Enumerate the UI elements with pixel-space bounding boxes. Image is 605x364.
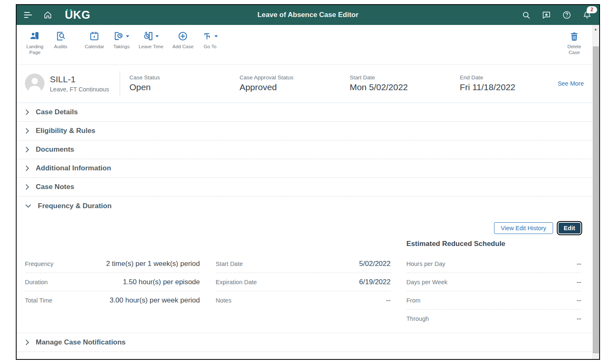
section-case-details[interactable]: Case Details (17, 103, 592, 122)
toolbar-item-label: Go To (204, 44, 216, 50)
edit-button[interactable]: Edit (558, 223, 580, 234)
start-date-row: Start Date 5/02/2022 (216, 255, 391, 273)
leave-time-button[interactable]: Leave Time (139, 30, 163, 50)
case-id-block: SILL-1 Leave, FT Continuous (50, 74, 109, 93)
row-label: Days per Week (406, 279, 448, 285)
toolbar-item-label: Landing Page (25, 44, 45, 56)
row-value: 5/02/2022 (359, 260, 391, 268)
toolbar: Landing Page Audits (17, 25, 592, 65)
row-value: -- (577, 296, 581, 305)
feedback-icon[interactable] (542, 10, 551, 20)
row-value: -- (577, 278, 581, 286)
row-label: Frequency (25, 261, 54, 267)
calendar-button[interactable]: Calendar (85, 30, 104, 50)
takings-button[interactable]: Takings (113, 30, 130, 50)
through-row: Through -- (406, 310, 581, 328)
toolbar-item-label: Audits (54, 44, 67, 50)
toolbar-item-label: Calendar (85, 44, 104, 50)
section-eligibility-rules[interactable]: Eligibility & Rules (17, 122, 592, 140)
logo-dot (66, 9, 68, 11)
field-value: Open (129, 82, 239, 92)
field-value: Fri 11/18/2022 (460, 82, 515, 92)
vertical-scrollbar[interactable]: ▲ (592, 25, 599, 359)
landing-page-button[interactable]: Landing Page (25, 30, 45, 56)
row-value: 2 time(s) per 1 week(s) period (106, 260, 200, 268)
field-label: End Date (460, 74, 515, 81)
landing-page-icon (29, 30, 41, 42)
total-time-row: Total Time 3.00 hour(s) per week period (25, 291, 200, 310)
calendar-icon (89, 30, 100, 42)
section-title: Additional Information (36, 164, 111, 172)
expiration-date-row: Expiration Date 6/19/2022 (216, 273, 391, 291)
logo-text: UKG (65, 9, 91, 21)
avatar (25, 74, 44, 93)
chevron-down-icon (214, 35, 218, 37)
panel-actions: View Edit History Edit (17, 215, 592, 234)
start-date-field: Start Date Mon 5/02/2022 (349, 74, 460, 92)
view-edit-history-button[interactable]: View Edit History (494, 222, 553, 234)
row-label: Expiration Date (216, 279, 257, 285)
reduced-schedule-column: Estimated Reduced Schedule Hours per Day… (406, 240, 581, 328)
notes-row: Notes -- (216, 291, 391, 310)
chevron-down-icon (126, 35, 129, 37)
section-documents[interactable]: Documents (17, 140, 592, 159)
toolbar-item-label: Delete Case (565, 44, 584, 56)
go-to-button[interactable]: Go To (203, 30, 218, 50)
case-summary: SILL-1 Leave, FT Continuous Case Status … (17, 65, 592, 103)
toolbar-item-label: Add Case (172, 44, 194, 50)
reduced-schedule-heading: Estimated Reduced Schedule (406, 240, 581, 255)
go-to-icon (203, 30, 218, 42)
section-manage-case-notifications[interactable]: Manage Case Notifications (17, 333, 592, 352)
row-value: 1.50 hour(s) per episode (123, 278, 200, 286)
row-label: Start Date (216, 261, 243, 267)
section-title: Frequency & Duration (38, 202, 112, 210)
field-label: Case Status (129, 74, 239, 81)
hours-per-day-row: Hours per Day -- (406, 255, 581, 273)
duration-row: Duration 1.50 hour(s) per episode (25, 273, 200, 291)
toolbar-item-label: Leave Time (139, 44, 163, 50)
frequency-column: Frequency 2 time(s) per 1 week(s) period… (25, 240, 200, 328)
page-title: Leave of Absence Case Editor (257, 11, 358, 19)
case-status-field: Case Status Open (129, 74, 239, 92)
end-date-field: End Date Fri 11/18/2022 (460, 74, 515, 92)
section-title: Eligibility & Rules (36, 127, 96, 135)
delete-case-button[interactable]: Delete Case (565, 30, 584, 56)
row-value: 6/19/2022 (359, 278, 391, 286)
days-per-week-row: Days per Week -- (406, 273, 581, 291)
row-value: -- (577, 315, 581, 323)
add-case-button[interactable]: Add Case (172, 30, 194, 50)
main-content: Landing Page Audits (17, 25, 592, 359)
search-icon[interactable] (522, 11, 531, 20)
case-approval-status-field: Case Approval Status Approved (239, 74, 349, 92)
notifications-icon[interactable]: 2 (583, 10, 592, 20)
chevron-down-icon (25, 204, 32, 208)
row-label: From (406, 297, 421, 304)
scroll-up-icon[interactable]: ▲ (592, 25, 599, 33)
section-case-notes[interactable]: Case Notes (17, 178, 592, 197)
help-icon[interactable] (562, 10, 571, 20)
row-label: Notes (216, 297, 231, 304)
chevron-down-icon (155, 35, 159, 37)
section-title: Case Details (36, 108, 78, 116)
dates-column: Start Date 5/02/2022 Expiration Date 6/1… (216, 240, 391, 328)
section-title: Manage Case Notifications (36, 338, 125, 347)
see-more-link[interactable]: See More (558, 80, 584, 87)
scrollbar-thumb[interactable] (593, 47, 599, 353)
audits-button[interactable]: Audits (54, 30, 67, 50)
takings-icon (113, 30, 129, 42)
home-icon[interactable] (43, 10, 52, 20)
menu-icon[interactable] (24, 12, 32, 18)
section-additional-information[interactable]: Additional Information (17, 159, 592, 178)
chevron-right-icon (25, 339, 30, 346)
field-value: Approved (239, 82, 349, 92)
section-frequency-duration[interactable]: Frequency & Duration (17, 197, 592, 215)
frequency-duration-panel: View Edit History Edit Frequency 2 time(… (17, 215, 592, 333)
case-id: SILL-1 (50, 74, 109, 84)
chevron-right-icon (25, 128, 30, 134)
audits-icon (55, 30, 66, 42)
section-title: Documents (36, 145, 74, 154)
topbar: UKG Leave of Absence Case Editor (17, 5, 599, 25)
ukg-logo[interactable]: UKG (65, 9, 91, 21)
row-value: -- (386, 296, 391, 305)
section-title: Case Notes (36, 183, 74, 191)
